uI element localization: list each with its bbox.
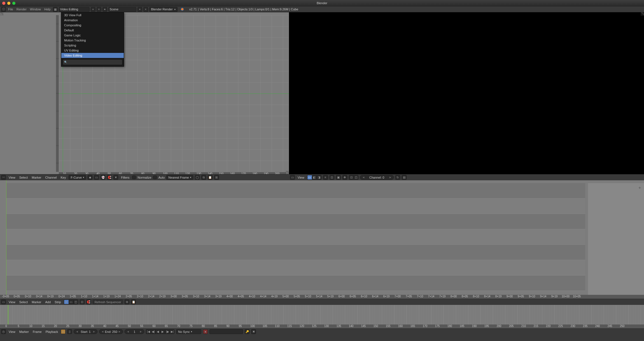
- editor-type-info-icon[interactable]: ⓘ: [1, 7, 6, 12]
- refresh-icon[interactable]: ↻: [395, 175, 400, 180]
- split-corner-icon[interactable]: [641, 12, 644, 16]
- safezone-icon[interactable]: ▣: [336, 175, 341, 180]
- graph-toggle-handles-icon[interactable]: ◆: [88, 175, 92, 180]
- graph-menu-marker[interactable]: Marker: [31, 176, 42, 179]
- copy-icon[interactable]: ⧉: [201, 175, 206, 180]
- remove-scene-button[interactable]: ×: [143, 7, 148, 12]
- zoom-window-icon[interactable]: [12, 2, 15, 5]
- preview-menu-view[interactable]: View: [297, 176, 305, 179]
- timeline-playhead[interactable]: [8, 305, 8, 324]
- seq-menu-strip[interactable]: Strip: [53, 300, 62, 304]
- zoom-1-1-icon[interactable]: ◫: [354, 175, 358, 180]
- seq-display-preview-icon[interactable]: ▭: [69, 300, 73, 304]
- keying-set-selector[interactable]: [209, 329, 243, 334]
- display-histogram-icon[interactable]: ≡: [323, 175, 328, 180]
- scene-browse-icon[interactable]: ✦: [102, 7, 107, 12]
- snap-frame-icon[interactable]: ⊞: [214, 175, 219, 180]
- layout-option[interactable]: Compositing: [61, 23, 124, 28]
- graph-snap-icon[interactable]: 🧲: [107, 175, 112, 180]
- jump-start-icon[interactable]: |◀: [146, 329, 151, 334]
- layout-option-selected[interactable]: Video Editing: [61, 53, 124, 58]
- seq-track[interactable]: [6, 260, 585, 275]
- layout-option[interactable]: Scripting: [61, 43, 124, 48]
- seq-track[interactable]: [6, 198, 585, 214]
- jump-end-icon[interactable]: ▶|: [170, 329, 174, 334]
- overlay-icon[interactable]: ⊡: [330, 175, 334, 180]
- graph-menu-channel[interactable]: Channel: [44, 176, 58, 179]
- seq-menu-add[interactable]: Add: [44, 300, 52, 304]
- graph-menu-select[interactable]: Select: [18, 176, 29, 179]
- render-engine-selector[interactable]: Blender Render♦: [149, 7, 178, 12]
- keyframe-prev-icon[interactable]: ◀|: [151, 329, 155, 334]
- play-reverse-icon[interactable]: ◀: [155, 329, 160, 334]
- seq-paste-icon[interactable]: 📋: [131, 300, 136, 304]
- filter-funnel-icon[interactable]: ▼: [113, 175, 118, 180]
- graph-toggle-icon[interactable]: ▭: [94, 175, 99, 180]
- end-frame-field[interactable]: ◀End: 250▶: [99, 329, 123, 334]
- range-toggle-icon[interactable]: ▭: [61, 329, 66, 334]
- layout-option[interactable]: Default: [61, 28, 124, 33]
- split-corner-icon[interactable]: [0, 12, 3, 16]
- add-scene-button[interactable]: +: [137, 7, 142, 12]
- transform-icon[interactable]: ✥: [342, 175, 347, 180]
- minimize-window-icon[interactable]: [7, 2, 10, 5]
- range-set-icon[interactable]: ▯: [67, 329, 72, 334]
- tl-menu-view[interactable]: View: [8, 330, 17, 333]
- key-delete-icon[interactable]: ✖: [251, 329, 256, 334]
- add-layout-button[interactable]: +: [91, 7, 95, 12]
- scene-selector[interactable]: Scene: [108, 7, 136, 12]
- proxy-icon[interactable]: ▤: [402, 175, 407, 180]
- tl-menu-frame[interactable]: Frame: [32, 330, 43, 333]
- layout-search-input[interactable]: [68, 60, 121, 64]
- seq-copy-icon[interactable]: ⧉: [125, 300, 129, 304]
- menu-window[interactable]: Window: [29, 8, 42, 11]
- seq-backdrop-icon[interactable]: ⊡: [80, 300, 85, 304]
- menu-file[interactable]: File: [7, 8, 14, 11]
- sequencer-tracks[interactable]: [6, 183, 585, 296]
- key-insert-icon[interactable]: 🔑: [245, 329, 249, 334]
- close-window-icon[interactable]: [2, 2, 5, 5]
- layout-option[interactable]: Motion Tracking: [61, 38, 124, 43]
- seq-menu-select[interactable]: Select: [18, 300, 29, 304]
- editor-type-timeline-icon[interactable]: ◷: [1, 329, 6, 334]
- layout-browse-icon[interactable]: ▦: [53, 7, 58, 12]
- layout-selector[interactable]: Video Editing: [59, 7, 90, 12]
- normalize-checkbox[interactable]: [132, 176, 136, 179]
- seq-menu-view[interactable]: View: [8, 300, 17, 304]
- editor-type-preview-icon[interactable]: ▭: [290, 175, 295, 180]
- graph-menu-key[interactable]: Key: [59, 176, 67, 179]
- seq-track[interactable]: [6, 183, 585, 198]
- auto-checkbox[interactable]: [153, 176, 157, 179]
- seq-menu-marker[interactable]: Marker: [31, 300, 42, 304]
- start-frame-field[interactable]: ◀Start: 1▶: [74, 329, 97, 334]
- autokey-record-icon[interactable]: ●: [203, 329, 208, 334]
- layout-option[interactable]: UV Editing: [61, 48, 124, 53]
- graph-filters-label[interactable]: Filters: [120, 176, 130, 179]
- seq-track[interactable]: [6, 275, 585, 291]
- menu-help[interactable]: Help: [43, 8, 52, 11]
- current-frame-field[interactable]: ◀1▶: [125, 329, 144, 334]
- channel-field[interactable]: ◀Channel: 0▶: [360, 175, 394, 180]
- display-luma-icon[interactable]: ◧: [312, 175, 317, 180]
- seq-display-both-icon[interactable]: ◫: [73, 300, 78, 304]
- display-image-icon[interactable]: ▭: [307, 175, 312, 180]
- editor-type-graph-icon[interactable]: 〰: [1, 175, 6, 180]
- graph-ghost-icon[interactable]: 👻: [101, 175, 105, 180]
- sync-mode-selector[interactable]: No Sync♦: [176, 329, 201, 334]
- zoom-fit-icon[interactable]: ⊡: [349, 175, 354, 180]
- pivot-selector[interactable]: Nearest Frame♦: [166, 175, 193, 180]
- remove-layout-button[interactable]: ×: [97, 7, 101, 12]
- editor-type-sequencer-icon[interactable]: ▭: [1, 300, 6, 304]
- paste-icon[interactable]: 📋: [208, 175, 213, 180]
- sequencer-playhead[interactable]: [6, 180, 6, 296]
- seq-display-seq-icon[interactable]: ≡: [64, 300, 69, 304]
- refresh-sequencer-button[interactable]: Refresh Sequencer: [93, 300, 123, 304]
- play-icon[interactable]: ▶: [160, 329, 165, 334]
- split-corner-icon[interactable]: [286, 171, 289, 174]
- tl-menu-playback[interactable]: Playback: [45, 330, 59, 333]
- layout-option[interactable]: Animation: [61, 18, 124, 23]
- collapse-sidebar-icon[interactable]: +: [638, 185, 642, 189]
- seq-snap-icon[interactable]: 🧲: [86, 300, 91, 304]
- seq-track[interactable]: [6, 229, 585, 245]
- menu-render[interactable]: Render: [15, 8, 28, 11]
